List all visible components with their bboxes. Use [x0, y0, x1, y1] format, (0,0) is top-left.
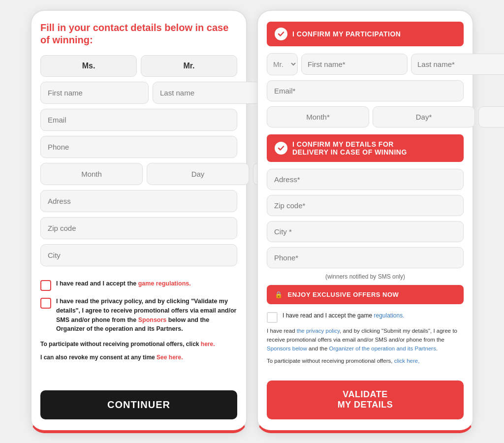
right-checkbox-row: I have read and I accept the game regula…	[267, 311, 464, 323]
click-here-link[interactable]: click here,	[394, 358, 420, 364]
enjoy-banner: 🔒 ENJOY EXCLUSIVE OFFERS NOW	[267, 285, 464, 304]
first-name-input[interactable]	[40, 82, 149, 104]
checkbox-1[interactable]	[40, 280, 51, 291]
checkbox-section: I have read and I accept the game regula…	[40, 279, 237, 366]
game-regulations-link-1[interactable]: game regulations.	[138, 280, 191, 287]
right-day-input[interactable]	[373, 106, 475, 127]
right-email-input[interactable]	[267, 80, 464, 101]
lock-icon: 🔒	[275, 291, 283, 298]
enjoy-banner-text: ENJOY EXCLUSIVE OFFERS NOW	[288, 291, 399, 298]
checkbox-row-2: I have read the privacy policy, and by c…	[40, 297, 237, 334]
organizer-link[interactable]: Organizer of the operation and its Partn…	[329, 346, 436, 351]
right-zip-input[interactable]	[267, 195, 464, 216]
checkbox-text-2: I have read the privacy policy, and by c…	[56, 297, 237, 334]
right-privacy-text: I have read the privacy policy, and by c…	[267, 327, 464, 353]
checkbox-text-1-prefix: I have read and I accept the	[56, 280, 138, 287]
right-promo-text: To participate without receiving promoti…	[267, 357, 464, 366]
right-phone-input[interactable]	[267, 247, 464, 268]
sponsors-link-left[interactable]: Sponsors	[138, 316, 167, 323]
delivery-banner-text: I CONFIRM MY DETAILS FORDELIVERY IN CASE…	[292, 140, 407, 156]
zip-code-input[interactable]	[40, 217, 237, 239]
right-year-input[interactable]	[478, 106, 504, 127]
validate-button[interactable]: VALIDATE MY DETAILS	[267, 380, 464, 419]
right-city-input[interactable]	[267, 221, 464, 242]
delivery-banner: I CONFIRM MY DETAILS FORDELIVERY IN CASE…	[267, 134, 464, 162]
check-icon-2	[275, 142, 287, 155]
right-checkbox[interactable]	[267, 312, 278, 323]
mr-button[interactable]: Mr.	[141, 55, 237, 77]
date-row	[40, 163, 237, 185]
checkbox-2[interactable]	[40, 298, 51, 309]
privacy-policy-link[interactable]: the privacy policy	[297, 328, 340, 334]
left-title: Fill in your contact details below in ca…	[40, 22, 237, 46]
right-address-input[interactable]	[267, 169, 464, 190]
name-row-right: Mr. Ms.	[267, 53, 464, 75]
sponsors-link-right[interactable]: Sponsors below	[267, 346, 307, 351]
continue-button[interactable]: CONTINUER	[40, 390, 237, 419]
checkbox-row-1: I have read and I accept the game regula…	[40, 279, 237, 291]
participation-banner: I CONFIRM MY PARTICIPATION	[267, 22, 464, 46]
city-input[interactable]	[40, 244, 237, 266]
game-regulations-link-right[interactable]: regulations.	[374, 312, 404, 319]
left-card: Fill in your contact details below in ca…	[31, 10, 247, 433]
here-link-1[interactable]: here.	[201, 341, 215, 348]
check-icon-1	[275, 28, 287, 40]
winners-note: (winners notified by SMS only)	[267, 273, 464, 280]
ms-button[interactable]: Ms.	[40, 55, 137, 77]
last-name-input[interactable]	[153, 82, 261, 104]
email-input[interactable]	[40, 109, 237, 131]
right-date-row	[267, 106, 464, 127]
month-input[interactable]	[40, 163, 143, 185]
checkbox-text-1: I have read and I accept the game regula…	[56, 279, 191, 288]
right-first-name-input[interactable]	[301, 54, 408, 75]
right-last-name-input[interactable]	[411, 54, 504, 75]
validate-btn-line1: VALIDATE	[343, 389, 387, 399]
right-checkbox-text: I have read and I accept the game regula…	[283, 311, 405, 320]
right-month-input[interactable]	[267, 106, 369, 127]
validate-btn-line2: MY DETAILS	[338, 400, 393, 410]
phone-input[interactable]	[40, 136, 237, 158]
title-select[interactable]: Mr. Ms.	[267, 53, 298, 75]
address-input[interactable]	[40, 190, 237, 212]
gender-row: Ms. Mr.	[40, 55, 237, 77]
see-here-link[interactable]: See here.	[157, 354, 183, 361]
right-card: I CONFIRM MY PARTICIPATION Mr. Ms. I CON…	[257, 10, 473, 433]
name-row	[40, 82, 237, 104]
promo-text-2: I can also revoke my consent at any time…	[40, 353, 237, 362]
promo-text-1: To participate without receiving promoti…	[40, 340, 237, 349]
participation-banner-text: I CONFIRM MY PARTICIPATION	[292, 30, 401, 38]
day-input[interactable]	[147, 163, 249, 185]
